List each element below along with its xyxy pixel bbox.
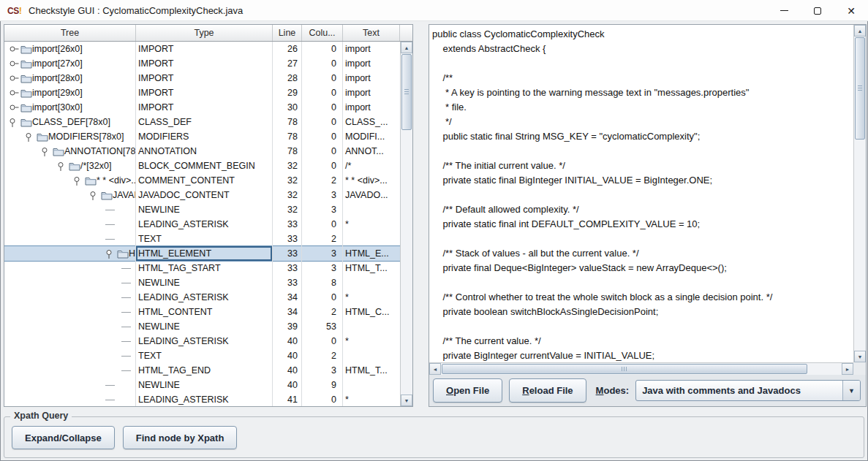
- maximize-icon: [814, 7, 821, 15]
- scroll-down-button[interactable]: ▼: [854, 351, 866, 362]
- tree-cell: [4, 348, 136, 363]
- open-file-button[interactable]: Open File: [433, 378, 502, 403]
- tree-expand-handle[interactable]: [9, 44, 19, 54]
- tree-table-row[interactable]: NEWLINE3953: [4, 319, 400, 334]
- tree-table-row[interactable]: import[30x0]IMPORT300import: [4, 100, 400, 115]
- code-vertical-scrollbar[interactable]: ▲ ▼: [853, 25, 866, 362]
- line-cell: 40: [273, 348, 302, 363]
- tree-cell: [4, 202, 136, 217]
- code-line: * A key is pointing to the warning messa…: [429, 85, 853, 100]
- tree-table-row[interactable]: import[26x0]IMPORT260import: [4, 42, 400, 56]
- scroll-up-button[interactable]: ▲: [401, 42, 412, 53]
- tree-expand-handle[interactable]: [9, 102, 19, 113]
- tree-table-row[interactable]: import[27x0]IMPORT270import: [4, 56, 400, 71]
- tree-table-row[interactable]: import[29x0]IMPORT290import: [4, 85, 400, 100]
- tree-collapse-handle[interactable]: [57, 161, 67, 171]
- tree-connector-line: [121, 297, 131, 298]
- tree-node-label: JAVADOC_CONTENT: [113, 190, 136, 200]
- tree-expand-handle[interactable]: [9, 58, 19, 69]
- split-pane-divider[interactable]: [414, 24, 428, 407]
- source-code-view[interactable]: public class CyclomaticComplexityCheck e…: [429, 25, 853, 362]
- modes-dropdown[interactable]: Java with comments and Javadocs ▼: [635, 380, 861, 401]
- tree-table-row[interactable]: MODIFIERS[78x0]MODIFIERS780MODIFI...: [4, 129, 400, 144]
- code-line: private boolean switchBlockAsSingleDecis…: [429, 305, 853, 319]
- tree-collapse-handle[interactable]: [105, 248, 116, 259]
- tree-scrollbar-thumb[interactable]: [401, 54, 412, 130]
- tree-table-row[interactable]: LEADING_ASTERISK330*: [4, 217, 400, 232]
- type-cell: IMPORT: [136, 100, 273, 115]
- tree-collapse-handle[interactable]: [41, 146, 51, 156]
- expand-collapse-button[interactable]: Expand/Collapse: [12, 426, 115, 449]
- scroll-right-button[interactable]: ►: [842, 363, 853, 375]
- tree-cell: [4, 305, 136, 319]
- tree-cell: HTML_ELEMENT: [4, 246, 136, 261]
- tree-table-row[interactable]: NEWLINE323: [4, 202, 400, 217]
- chevron-down-icon[interactable]: ▼: [842, 381, 860, 400]
- scroll-down-button[interactable]: ▼: [401, 395, 412, 406]
- scroll-left-button[interactable]: ◄: [429, 363, 441, 375]
- scroll-up-button[interactable]: ▲: [854, 25, 866, 37]
- folder-icon: [19, 118, 32, 127]
- tree-table-row[interactable]: import[28x0]IMPORT280import: [4, 71, 400, 85]
- tree-node-label: import[29x0]: [32, 88, 83, 98]
- minimize-button[interactable]: [767, 0, 801, 21]
- code-vscrollbar-thumb[interactable]: [855, 37, 865, 140]
- line-cell: 33: [273, 217, 302, 232]
- file-controls-strip: Open File Reload File Modes: Java with c…: [429, 375, 866, 406]
- tree-collapse-handle[interactable]: [89, 190, 99, 200]
- tree-cell: [4, 392, 136, 406]
- tree-table-row[interactable]: LEADING_ASTERISK340*: [4, 290, 400, 305]
- text-cell: * * <div>...: [343, 173, 400, 188]
- code-line: private static final BigInteger INITIAL_…: [429, 173, 853, 188]
- column-header-column[interactable]: Colu...: [302, 25, 343, 41]
- tree-table-row[interactable]: /*[32x0]BLOCK_COMMENT_BEGIN320/*: [4, 159, 400, 173]
- text-cell: JAVADO...: [343, 188, 400, 202]
- tree-vertical-scrollbar[interactable]: ▲ ▼: [400, 42, 412, 406]
- tree-table-row[interactable]: LEADING_ASTERISK400*: [4, 334, 400, 348]
- tree-table-row[interactable]: TEXT402: [4, 348, 400, 363]
- tree-table-row[interactable]: TEXT332: [4, 232, 400, 246]
- find-node-by-xpath-button[interactable]: Find node by Xpath: [123, 426, 238, 449]
- tree-table-row[interactable]: LEADING_ASTERISK410*: [4, 392, 400, 406]
- reload-file-button[interactable]: Reload File: [509, 378, 586, 403]
- column-cell: 2: [302, 173, 343, 188]
- column-cell: 3: [302, 202, 343, 217]
- column-header-type[interactable]: Type: [136, 25, 273, 41]
- maximize-button[interactable]: [801, 0, 834, 21]
- line-cell: 40: [273, 378, 302, 392]
- folder-icon: [19, 74, 32, 83]
- type-cell: IMPORT: [136, 56, 273, 71]
- tree-expand-handle[interactable]: [9, 88, 19, 98]
- type-cell: LEADING_ASTERISK: [136, 392, 273, 406]
- tree-collapse-handle[interactable]: [73, 175, 83, 186]
- tree-node-label: /*[32x0]: [80, 161, 111, 171]
- tree-table-row[interactable]: HTML_CONTENT342HTML_C...: [4, 305, 400, 319]
- code-hscrollbar-thumb[interactable]: [442, 364, 807, 374]
- code-horizontal-scrollbar[interactable]: ◄ ►: [429, 362, 853, 375]
- tree-table-row[interactable]: ANNOTATION[78x0]ANNOTATION780ANNOT...: [4, 144, 400, 159]
- tree-table-row[interactable]: NEWLINE409: [4, 378, 400, 392]
- tree-collapse-handle[interactable]: [9, 117, 19, 127]
- code-line: public class CyclomaticComplexityCheck: [429, 27, 853, 42]
- column-header-line[interactable]: Line: [273, 25, 302, 41]
- tree-table-row[interactable]: CLASS_DEF[78x0]CLASS_DEF780CLASS_...: [4, 115, 400, 129]
- scroll-down-icon: ▼: [858, 354, 863, 359]
- tree-table-row[interactable]: JAVADOC_CONTENTJAVADOC_CONTENT323JAVADO.…: [4, 188, 400, 202]
- column-header-text[interactable]: Text: [343, 25, 400, 41]
- tree-expand-handle[interactable]: [9, 73, 19, 83]
- column-header-tree[interactable]: Tree: [4, 25, 136, 41]
- text-cell: import: [343, 71, 400, 85]
- code-line: /** Default allowed complexity. */: [429, 202, 853, 217]
- column-cell: 9: [302, 378, 343, 392]
- close-button[interactable]: ✕: [834, 0, 868, 21]
- tree-table-row[interactable]: HTML_TAG_START333HTML_T...: [4, 261, 400, 275]
- tree-table-row[interactable]: * * <div>...COMMENT_CONTENT322* * <div>.…: [4, 173, 400, 188]
- tree-collapse-handle[interactable]: [25, 132, 35, 142]
- tree-table-row[interactable]: NEWLINE338: [4, 275, 400, 290]
- type-cell: NEWLINE: [136, 275, 273, 290]
- tree-table-row[interactable]: HTML_TAG_END403HTML_T...: [4, 363, 400, 378]
- text-cell: [343, 202, 400, 217]
- tree-table-row[interactable]: HTML_ELEMENTHTML_ELEMENT333HTML_E...: [4, 246, 400, 261]
- column-cell: 0: [302, 71, 343, 85]
- text-cell: *: [343, 217, 400, 232]
